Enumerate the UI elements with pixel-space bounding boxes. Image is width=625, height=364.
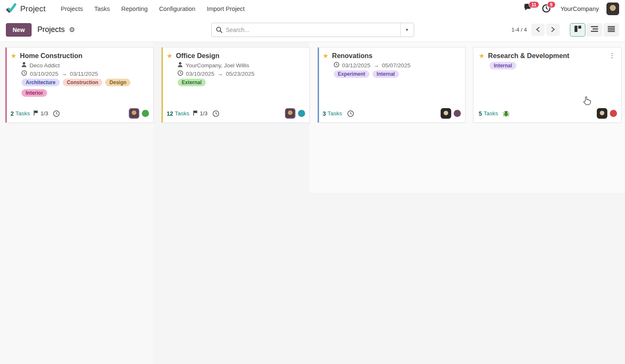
project-status-dot[interactable] — [298, 110, 305, 117]
list-view-button[interactable] — [587, 23, 602, 37]
card-kebab-menu-icon[interactable]: ⋮ — [609, 52, 615, 59]
activities-button[interactable]: 9 — [542, 4, 553, 14]
tag-list: External — [178, 79, 291, 86]
kanban-view-button[interactable] — [570, 23, 585, 37]
search-input[interactable] — [226, 27, 400, 33]
task-count[interactable]: 3 — [323, 110, 326, 117]
favorite-star-icon[interactable]: ★ — [167, 53, 173, 59]
assignee-avatar[interactable] — [441, 108, 451, 119]
task-count[interactable]: 12 — [167, 110, 173, 117]
favorite-star-icon[interactable]: ★ — [479, 53, 484, 59]
project-title[interactable]: Research & Development — [488, 52, 569, 60]
milestone-count: 1/3 — [40, 110, 48, 117]
activity-clock-icon[interactable] — [53, 110, 60, 117]
favorite-star-icon[interactable]: ★ — [11, 53, 16, 59]
menu-reporting[interactable]: Reporting — [121, 5, 148, 12]
project-status-dot[interactable] — [610, 110, 617, 117]
user-avatar[interactable] — [606, 3, 619, 15]
task-count-label[interactable]: Tasks — [484, 110, 498, 117]
tag-list: Internal — [489, 62, 603, 69]
pager-previous-button[interactable] — [531, 24, 545, 36]
project-status-dot[interactable] — [454, 110, 461, 117]
project-card-office-design[interactable]: ★ Office Design YourCompany, Joel Willis — [161, 47, 310, 123]
date-start: 03/10/2025 — [30, 71, 59, 77]
search-bar: ▼ — [211, 23, 414, 37]
dates-row: 03/12/2025 → 05/07/2025 — [334, 62, 460, 69]
card-color-stripe — [473, 48, 475, 122]
control-panel: New Projects ⚙ ▼ 1-4 / 4 — [0, 18, 625, 42]
partner-name: YourCompany, Joel Willis — [186, 62, 250, 69]
arrow-right-icon: → — [217, 71, 223, 77]
card-color-stripe — [318, 48, 319, 122]
milestone-indicator[interactable]: 1/3 — [34, 110, 48, 117]
arrow-right-icon: → — [61, 71, 67, 77]
tag[interactable]: Internal — [489, 62, 516, 69]
search-dropdown-toggle[interactable]: ▼ — [400, 23, 414, 37]
tag[interactable]: Internal — [372, 70, 399, 78]
chevron-right-icon — [551, 26, 555, 34]
pager-next-button[interactable] — [546, 24, 560, 36]
partner-name: Deco Addict — [29, 62, 60, 69]
list-view-icon — [591, 26, 598, 34]
gear-icon[interactable]: ⚙ — [69, 26, 75, 34]
tag[interactable]: Architecture — [21, 79, 60, 86]
menu-import-project[interactable]: Import Project — [207, 5, 245, 12]
project-card-renovations[interactable]: ★ Renovations 03/12/2025 → 05/07/2025 Ex… — [317, 47, 466, 123]
app-brand[interactable]: Project — [6, 3, 46, 15]
project-card-research-development[interactable]: ⋮ ★ Research & Development Internal 5 Ta… — [473, 47, 622, 123]
assignee-avatar[interactable] — [285, 108, 295, 119]
tag-list: Architecture Construction Design Interio… — [21, 79, 135, 97]
activity-clock-icon[interactable] — [213, 110, 219, 117]
menu-configuration[interactable]: Configuration — [159, 5, 195, 12]
task-count[interactable]: 2 — [11, 110, 14, 117]
tag[interactable]: Experiment — [334, 70, 370, 78]
assignee-avatar[interactable] — [129, 108, 139, 119]
partner-row: Deco Addict — [21, 62, 148, 69]
project-title[interactable]: Home Construction — [20, 52, 82, 60]
new-button[interactable]: New — [6, 23, 32, 37]
project-title[interactable]: Renovations — [332, 52, 372, 60]
dates-row: 03/10/2025 → 05/23/2025 — [178, 70, 304, 77]
bug-icon[interactable] — [503, 110, 510, 117]
company-switcher[interactable]: YourCompany — [561, 5, 599, 12]
activity-view-button[interactable] — [604, 23, 619, 37]
date-start: 03/10/2025 — [186, 71, 215, 77]
arrow-right-icon: → — [373, 62, 379, 69]
menu-tasks[interactable]: Tasks — [94, 5, 110, 12]
messages-badge: 11 — [529, 1, 540, 8]
messages-button[interactable]: 11 — [524, 4, 535, 14]
task-count-label[interactable]: Tasks — [175, 110, 189, 117]
date-end: 05/07/2025 — [382, 62, 411, 69]
activities-badge: 9 — [547, 1, 556, 8]
assignee-avatar[interactable] — [597, 108, 607, 119]
favorite-star-icon[interactable]: ★ — [323, 53, 329, 59]
task-count[interactable]: 5 — [479, 110, 482, 117]
activity-clock-icon[interactable] — [347, 110, 354, 117]
chevron-left-icon — [536, 26, 540, 34]
pager-range: 1-4 / 4 — [511, 27, 527, 33]
breadcrumb[interactable]: Projects — [37, 25, 65, 34]
project-card-home-construction[interactable]: ★ Home Construction Deco Addict 0 — [5, 47, 154, 123]
dates-row: 03/10/2025 → 03/11/2025 — [21, 70, 148, 77]
project-title[interactable]: Office Design — [176, 52, 219, 60]
tag[interactable]: Interior — [21, 89, 47, 97]
clock-icon — [21, 70, 27, 77]
search-icon — [216, 27, 223, 33]
date-end: 03/11/2025 — [70, 71, 98, 77]
person-icon — [178, 62, 183, 69]
milestone-indicator[interactable]: 1/3 — [193, 110, 207, 117]
app-name: Project — [20, 4, 46, 13]
tag[interactable]: Design — [105, 79, 130, 86]
partner-row: YourCompany, Joel Willis — [178, 62, 304, 69]
view-switcher — [570, 23, 619, 37]
flag-icon — [193, 110, 198, 117]
milestone-count: 1/3 — [200, 110, 207, 117]
project-status-dot[interactable] — [142, 110, 149, 117]
menu-projects[interactable]: Projects — [61, 5, 83, 12]
clock-icon — [178, 70, 183, 77]
task-count-label[interactable]: Tasks — [16, 110, 30, 117]
activity-view-icon — [608, 26, 615, 34]
tag[interactable]: Construction — [63, 79, 103, 86]
tag[interactable]: External — [178, 79, 206, 86]
task-count-label[interactable]: Tasks — [327, 110, 342, 117]
